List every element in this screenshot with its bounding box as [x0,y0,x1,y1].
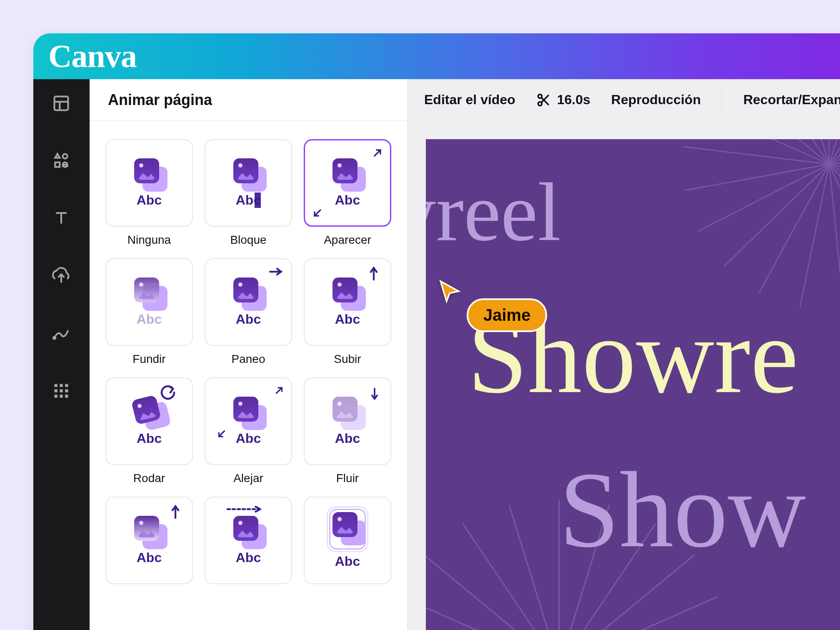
animation-thumb-icon [332,278,362,308]
animation-thumb-icon [134,158,164,188]
animation-thumb-icon [233,397,263,427]
animation-thumb-icon [134,278,164,308]
svg-rect-4 [55,162,60,167]
animation-card[interactable]: Abc [205,497,292,584]
svg-rect-13 [60,389,63,392]
animation-grid: Abc Ninguna Abc Bloque [90,121,407,602]
animation-label: Subir [334,352,361,366]
apps-icon[interactable] [52,382,70,402]
sunburst-decoration [683,139,840,310]
design-canvas[interactable]: wreel Showre Show [426,139,840,630]
svg-line-23 [219,431,224,437]
animation-thumb-icon [233,278,263,308]
animation-option-extra-1: Abc [105,497,193,584]
context-toolbar: Editar el vídeo 16.0s Reproducción Recor… [408,79,840,121]
svg-point-8 [53,337,56,339]
svg-point-28 [538,102,542,105]
animation-option-bloque: Abc Bloque [205,139,292,247]
collaborator-cursor: Jaime [438,279,462,305]
animation-label: Rodar [133,472,165,485]
abc-label: Abc [137,550,162,565]
separator [722,89,722,111]
duration-button[interactable]: 16.0s [536,92,590,108]
animation-thumb-icon [233,158,263,188]
abc-label: Abc [335,312,360,327]
svg-line-42 [800,164,829,307]
collaborator-name: Jaime [467,298,547,332]
text-icon[interactable] [52,209,70,229]
edit-video-button[interactable]: Editar el vídeo [424,92,515,108]
svg-rect-16 [60,395,63,398]
animation-panel: Animar página Abc Ninguna Abc Bloque [90,79,408,630]
crop-expand-button[interactable]: Recortar/Expand [743,92,840,108]
arrow-up-icon [370,267,378,281]
animation-thumb-icon [332,158,362,188]
playback-button[interactable]: Reproducción [611,92,701,108]
animation-label: Bloque [230,233,266,247]
rotate-icon [160,385,175,400]
templates-icon[interactable] [52,94,70,114]
animation-option-paneo: Abc Paneo [205,258,292,366]
animation-card[interactable]: Abc [105,139,193,227]
svg-line-44 [724,164,829,266]
arrow-right-icon [269,268,283,276]
abc-label: Abc [137,312,162,327]
svg-rect-17 [65,395,68,398]
animation-thumb-icon [233,516,263,546]
animation-card[interactable]: Abc [205,139,292,227]
abc-label: Abc [335,554,360,569]
animation-card[interactable]: Abc [105,258,193,346]
svg-line-45 [698,164,829,231]
arrow-in-icon [216,428,227,439]
animation-label: Ninguna [128,233,171,247]
svg-line-19 [315,210,320,216]
animation-thumb-icon [134,516,164,546]
arrow-down-icon [370,388,379,400]
abc-label: Abc [236,312,261,327]
animation-card[interactable]: Abc [304,258,391,346]
svg-point-27 [538,94,542,98]
animation-label: Fundir [132,352,165,366]
animation-option-rodar: Abc Rodar [105,378,193,485]
animation-option-alejar: Abc Alejar [205,378,292,485]
uploads-icon[interactable] [52,267,70,287]
elements-icon[interactable] [52,152,70,172]
animation-card[interactable]: Abc [304,139,391,227]
left-rail [33,79,90,630]
panel-title: Animar página [90,79,407,121]
arrow-up-icon [171,505,180,519]
svg-line-47 [683,147,829,164]
abc-label: Abc [335,192,360,208]
arrow-right-dashed-icon [226,506,264,512]
svg-rect-11 [65,384,68,387]
abc-label: Abc [236,431,261,446]
animation-card[interactable]: Abc [205,258,292,346]
svg-rect-0 [55,97,68,110]
animation-label: Paneo [232,352,265,366]
animation-card[interactable]: Abc [105,497,193,584]
abc-label: Abc [236,550,261,565]
svg-line-51 [785,139,829,164]
topbar: Canva [33,33,840,79]
svg-rect-10 [60,384,63,387]
cursor-icon [438,279,462,303]
animation-card[interactable]: Abc [205,378,292,465]
canvas-text-3[interactable]: Show [559,448,806,572]
animation-option-fundir: Abc Fundir [105,258,193,366]
svg-line-71 [462,523,559,630]
animation-card[interactable]: Abc [105,378,193,465]
canva-logo[interactable]: Canva [48,38,137,75]
workspace: Animar página Abc Ninguna Abc Bloque [33,79,840,630]
animation-thumb-icon [332,397,362,427]
svg-line-70 [426,555,559,630]
animation-option-subir: Abc Subir [304,258,391,366]
draw-icon[interactable] [52,324,70,344]
canvas-text-1[interactable]: wreel [426,164,561,260]
svg-rect-15 [55,395,58,398]
svg-line-43 [759,164,829,292]
animation-card[interactable]: Abc [304,497,391,584]
abc-label: Abc [137,192,162,208]
animation-card[interactable]: Abc [304,378,391,465]
svg-point-3 [63,154,68,159]
svg-rect-9 [55,384,58,387]
